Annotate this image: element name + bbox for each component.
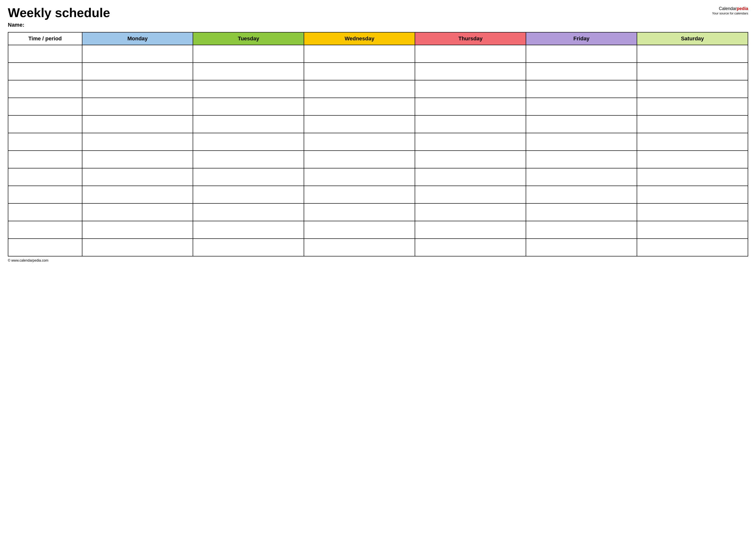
schedule-cell[interactable] bbox=[82, 168, 193, 186]
schedule-cell[interactable] bbox=[637, 115, 748, 133]
schedule-cell[interactable] bbox=[193, 45, 304, 63]
schedule-cell[interactable] bbox=[637, 204, 748, 221]
schedule-cell[interactable] bbox=[82, 221, 193, 239]
time-cell[interactable] bbox=[8, 186, 82, 204]
time-cell[interactable] bbox=[8, 151, 82, 168]
schedule-cell[interactable] bbox=[82, 186, 193, 204]
schedule-cell[interactable] bbox=[415, 80, 526, 98]
footer: © www.calendarpedia.com bbox=[8, 259, 748, 262]
col-header-saturday: Saturday bbox=[637, 32, 748, 45]
schedule-cell[interactable] bbox=[193, 98, 304, 115]
schedule-cell[interactable] bbox=[637, 98, 748, 115]
schedule-cell[interactable] bbox=[526, 45, 637, 63]
schedule-cell[interactable] bbox=[526, 239, 637, 256]
schedule-cell[interactable] bbox=[193, 204, 304, 221]
logo-tagline: Your source for calendars bbox=[712, 11, 748, 16]
schedule-cell[interactable] bbox=[193, 115, 304, 133]
schedule-cell[interactable] bbox=[637, 80, 748, 98]
time-cell[interactable] bbox=[8, 168, 82, 186]
schedule-cell[interactable] bbox=[82, 98, 193, 115]
schedule-cell[interactable] bbox=[304, 239, 415, 256]
schedule-cell[interactable] bbox=[193, 168, 304, 186]
schedule-cell[interactable] bbox=[415, 221, 526, 239]
schedule-cell[interactable] bbox=[193, 63, 304, 80]
schedule-cell[interactable] bbox=[82, 204, 193, 221]
schedule-cell[interactable] bbox=[82, 80, 193, 98]
schedule-cell[interactable] bbox=[304, 168, 415, 186]
schedule-cell[interactable] bbox=[304, 80, 415, 98]
schedule-cell[interactable] bbox=[526, 168, 637, 186]
col-header-wednesday: Wednesday bbox=[304, 32, 415, 45]
schedule-cell[interactable] bbox=[304, 63, 415, 80]
time-cell[interactable] bbox=[8, 63, 82, 80]
col-header-monday: Monday bbox=[82, 32, 193, 45]
schedule-cell[interactable] bbox=[193, 221, 304, 239]
schedule-cell[interactable] bbox=[82, 151, 193, 168]
schedule-cell[interactable] bbox=[415, 151, 526, 168]
schedule-cell[interactable] bbox=[637, 63, 748, 80]
time-cell[interactable] bbox=[8, 133, 82, 151]
schedule-cell[interactable] bbox=[193, 80, 304, 98]
schedule-cell[interactable] bbox=[526, 98, 637, 115]
table-row bbox=[8, 239, 748, 256]
schedule-cell[interactable] bbox=[526, 186, 637, 204]
col-header-time: Time / period bbox=[8, 32, 82, 45]
schedule-cell[interactable] bbox=[526, 63, 637, 80]
time-cell[interactable] bbox=[8, 98, 82, 115]
table-row bbox=[8, 98, 748, 115]
schedule-cell[interactable] bbox=[415, 186, 526, 204]
schedule-cell[interactable] bbox=[193, 239, 304, 256]
table-row bbox=[8, 115, 748, 133]
schedule-cell[interactable] bbox=[304, 204, 415, 221]
name-label: Name: bbox=[8, 22, 748, 28]
schedule-cell[interactable] bbox=[304, 221, 415, 239]
time-cell[interactable] bbox=[8, 221, 82, 239]
schedule-cell[interactable] bbox=[193, 186, 304, 204]
schedule-cell[interactable] bbox=[415, 168, 526, 186]
schedule-cell[interactable] bbox=[637, 239, 748, 256]
schedule-cell[interactable] bbox=[304, 151, 415, 168]
schedule-cell[interactable] bbox=[304, 133, 415, 151]
schedule-cell[interactable] bbox=[526, 80, 637, 98]
schedule-cell[interactable] bbox=[637, 186, 748, 204]
time-cell[interactable] bbox=[8, 115, 82, 133]
schedule-cell[interactable] bbox=[526, 151, 637, 168]
schedule-cell[interactable] bbox=[637, 151, 748, 168]
schedule-cell[interactable] bbox=[415, 115, 526, 133]
schedule-cell[interactable] bbox=[193, 151, 304, 168]
schedule-cell[interactable] bbox=[82, 45, 193, 63]
time-cell[interactable] bbox=[8, 45, 82, 63]
schedule-cell[interactable] bbox=[415, 204, 526, 221]
schedule-cell[interactable] bbox=[415, 239, 526, 256]
schedule-cell[interactable] bbox=[82, 133, 193, 151]
schedule-cell[interactable] bbox=[415, 63, 526, 80]
schedule-cell[interactable] bbox=[304, 186, 415, 204]
time-cell[interactable] bbox=[8, 204, 82, 221]
schedule-cell[interactable] bbox=[304, 45, 415, 63]
schedule-cell[interactable] bbox=[82, 63, 193, 80]
schedule-body bbox=[8, 45, 748, 256]
schedule-cell[interactable] bbox=[526, 204, 637, 221]
time-cell[interactable] bbox=[8, 80, 82, 98]
schedule-cell[interactable] bbox=[637, 221, 748, 239]
schedule-cell[interactable] bbox=[193, 133, 304, 151]
schedule-cell[interactable] bbox=[637, 45, 748, 63]
schedule-cell[interactable] bbox=[82, 239, 193, 256]
col-header-thursday: Thursday bbox=[415, 32, 526, 45]
schedule-cell[interactable] bbox=[526, 115, 637, 133]
schedule-cell[interactable] bbox=[304, 115, 415, 133]
schedule-cell[interactable] bbox=[415, 45, 526, 63]
schedule-cell[interactable] bbox=[415, 133, 526, 151]
logo-container: Calendarpedia Your source for calendars bbox=[712, 6, 748, 16]
schedule-cell[interactable] bbox=[82, 115, 193, 133]
schedule-cell[interactable] bbox=[637, 168, 748, 186]
schedule-cell[interactable] bbox=[637, 133, 748, 151]
time-cell[interactable] bbox=[8, 239, 82, 256]
schedule-cell[interactable] bbox=[415, 98, 526, 115]
table-row bbox=[8, 168, 748, 186]
table-row bbox=[8, 151, 748, 168]
schedule-cell[interactable] bbox=[526, 133, 637, 151]
schedule-cell[interactable] bbox=[304, 98, 415, 115]
footer-url: © www.calendarpedia.com bbox=[8, 259, 48, 262]
schedule-cell[interactable] bbox=[526, 221, 637, 239]
